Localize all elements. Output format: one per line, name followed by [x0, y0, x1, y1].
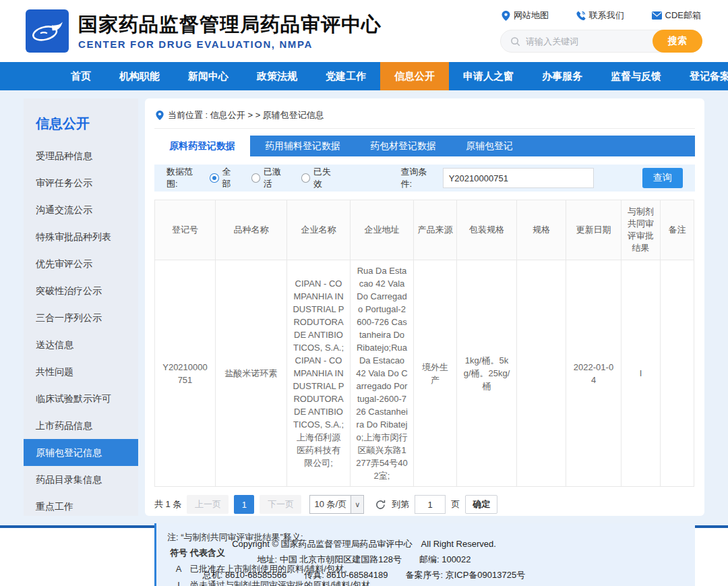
nav-item-home[interactable]: 首页 — [57, 62, 105, 90]
radio-expired[interactable]: 已失效 — [301, 166, 339, 190]
phone-icon — [576, 11, 586, 20]
nav-item-party[interactable]: 党建工作 — [311, 62, 380, 90]
breadcrumb: 当前位置 : 信息公开 > > 原辅包登记信息 — [154, 105, 695, 129]
nav-item-info-disclosure[interactable]: 信息公开 — [380, 62, 449, 90]
col-packaging-spec: 包装规格 — [457, 200, 517, 260]
filter-bar: 数据范围: 全部 已激活 已失效 查询条件: 查询 — [154, 165, 695, 192]
sidebar-item-communication[interactable]: 沟通交流公示 — [24, 196, 138, 223]
query-label: 查询条件: — [401, 166, 437, 190]
radio-all-label: 全部 — [222, 166, 239, 190]
confirm-button[interactable]: 确定 — [465, 495, 497, 514]
radio-expired-icon[interactable] — [301, 173, 311, 183]
cell-spec — [517, 260, 566, 487]
sidebar-item-three-in-one[interactable]: 三合一序列公示 — [24, 304, 138, 331]
cell-company-name: CIPAN - COMPANHIA INDUSTRIAL PRODUTORA D… — [287, 260, 351, 487]
col-product-origin: 产品来源 — [414, 200, 457, 260]
cell-variety-name: 盐酸米诺环素 — [216, 260, 287, 487]
refresh-button[interactable] — [375, 499, 386, 510]
search-button[interactable]: 搜索 — [653, 30, 702, 53]
query-button[interactable]: 查询 — [642, 168, 683, 188]
sidebar-item-delivery-info[interactable]: 送达信息 — [24, 331, 138, 358]
page-number-button[interactable]: 1 — [234, 495, 254, 514]
col-company-address: 企业地址 — [351, 200, 414, 260]
sidebar-item-special-approval[interactable]: 特殊审批品种列表 — [24, 223, 138, 250]
total-count: 共 1 条 — [154, 498, 181, 510]
nav-item-services[interactable]: 办事服务 — [528, 62, 597, 90]
cell-packaging-spec: 1kg/桶。5kg/桶。25kg/桶 — [457, 260, 517, 487]
col-joint-review-result: 与制剂共同审评审批结果 — [621, 200, 661, 260]
site-header: 国家药品监督管理局药品审评中心 CENTER FOR DRUG EVALUATI… — [0, 0, 728, 62]
cde-mail-label: CDE邮箱 — [665, 9, 701, 22]
cell-registration-no: Y20210000751 — [155, 260, 216, 487]
sidebar: 信息公开 受理品种信息 审评任务公示 沟通交流公示 特殊审批品种列表 优先审评公… — [24, 98, 138, 516]
brand-block: 国家药品监督管理局药品审评中心 CENTER FOR DRUG EVALUATI… — [78, 13, 382, 50]
tab-packaging-registration-data[interactable]: 药包材登记数据 — [355, 136, 451, 156]
cell-product-origin: 境外生产 — [414, 260, 457, 487]
query-input[interactable] — [443, 168, 594, 188]
sidebar-item-clinical-trial-license[interactable]: 临床试验默示许可 — [24, 385, 138, 412]
breadcrumb-text: 当前位置 : 信息公开 > > 原辅包登记信息 — [168, 109, 324, 121]
radio-all-icon[interactable] — [210, 173, 219, 183]
sidebar-item-breakthrough-therapy[interactable]: 突破性治疗公示 — [24, 277, 138, 304]
goto-label: 到第 — [392, 498, 409, 510]
sidebar-item-marketed-drugs[interactable]: 上市药品信息 — [24, 412, 138, 439]
note-symbol-a: A — [167, 561, 190, 577]
search-input[interactable] — [526, 36, 634, 47]
cde-logo-icon — [26, 9, 69, 53]
quick-links: 网站地图 联系我们 CDE邮箱 — [500, 9, 702, 22]
tab-excipient-registration-data[interactable]: 药用辅料登记数据 — [250, 136, 355, 156]
sidebar-item-drug-catalog[interactable]: 药品目录集信息 — [24, 466, 138, 493]
col-spec: 规格 — [517, 200, 566, 260]
sidebar-item-accepted-varieties[interactable]: 受理品种信息 — [24, 142, 138, 169]
goto-page-input[interactable] — [415, 495, 446, 514]
sidebar-item-review-tasks[interactable]: 审评任务公示 — [24, 169, 138, 196]
nav-item-supervision[interactable]: 监督与反馈 — [597, 62, 675, 90]
nav-item-news[interactable]: 新闻中心 — [174, 62, 243, 90]
sidebar-item-key-work[interactable]: 重点工作 — [24, 493, 138, 520]
refresh-icon — [375, 499, 386, 510]
col-registration-no: 登记号 — [155, 200, 216, 260]
nav-item-applicant[interactable]: 申请人之窗 — [449, 62, 528, 90]
tab-api-registration-data[interactable]: 原料药登记数据 — [154, 136, 250, 156]
sidebar-item-common-issues[interactable]: 共性问题 — [24, 358, 138, 385]
table-header-row: 登记号 品种名称 企业名称 企业地址 产品来源 包装规格 规格 更新日期 与制剂… — [155, 200, 694, 260]
sidebar-item-apiexcipient-registration[interactable]: 原辅包登记信息 — [24, 439, 138, 466]
cell-joint-review-result: I — [621, 260, 661, 487]
scope-label: 数据范围: — [166, 166, 203, 190]
cde-mail-link[interactable]: CDE邮箱 — [652, 9, 701, 22]
col-variety-name: 品种名称 — [216, 200, 287, 260]
site-map-link[interactable]: 网站地图 — [502, 9, 549, 22]
page-size-value: 10 条/页 — [310, 498, 351, 510]
note-symbol-i: I — [167, 577, 190, 586]
radio-expired-label: 已失效 — [313, 166, 338, 190]
radio-all[interactable]: 全部 — [210, 166, 239, 190]
page-size-select[interactable]: 10 条/页 ∨ — [309, 495, 364, 514]
site-subtitle: CENTER FOR DRUG EVALUATION, NMPA — [78, 38, 382, 50]
main-nav: 首页 机构职能 新闻中心 政策法规 党建工作 信息公开 申请人之窗 办事服务 监… — [0, 62, 728, 90]
contact-link[interactable]: 联系我们 — [576, 9, 624, 22]
tab-apiexcipient-registration[interactable]: 原辅包登记 — [451, 136, 528, 156]
nav-item-functions[interactable]: 机构职能 — [105, 62, 174, 90]
main-panel: 当前位置 : 信息公开 > > 原辅包登记信息 原料药登记数据 药用辅料登记数据… — [145, 98, 704, 516]
col-company-name: 企业名称 — [287, 200, 351, 260]
site-title: 国家药品监督管理局药品审评中心 — [78, 13, 382, 36]
radio-activated-icon[interactable] — [251, 173, 261, 183]
table-row: Y20210000751 盐酸米诺环素 CIPAN - COMPANHIA IN… — [155, 260, 694, 487]
sidebar-item-priority-review[interactable]: 优先审评公示 — [24, 250, 138, 277]
nav-item-policy[interactable]: 政策法规 — [243, 62, 311, 90]
registration-table: 登记号 品种名称 企业名称 企业地址 产品来源 包装规格 规格 更新日期 与制剂… — [154, 200, 694, 487]
note-symbol-header: 符号 — [167, 545, 190, 561]
col-update-date: 更新日期 — [566, 200, 621, 260]
prev-page-button[interactable]: 上一页 — [187, 495, 229, 514]
nav-item-registration-platform[interactable]: 登记备案平台 — [675, 62, 728, 90]
radio-activated[interactable]: 已激活 — [251, 166, 289, 190]
sidebar-title: 信息公开 — [24, 109, 138, 142]
magnifier-icon — [510, 36, 520, 47]
pagination: 共 1 条 上一页 1 下一页 10 条/页 ∨ 到第 页 确定 — [154, 495, 695, 514]
location-pin-icon — [156, 111, 164, 120]
next-page-button[interactable]: 下一页 — [260, 495, 301, 514]
page-unit-label: 页 — [451, 498, 460, 510]
cell-remark — [661, 260, 694, 487]
chevron-down-icon: ∨ — [351, 496, 363, 513]
content-area: 信息公开 受理品种信息 审评任务公示 沟通交流公示 特殊审批品种列表 优先审评公… — [0, 90, 728, 525]
